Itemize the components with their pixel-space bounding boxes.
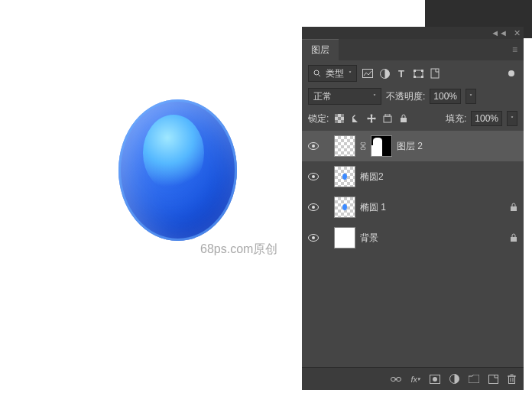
- visibility-toggle-icon[interactable]: [308, 203, 320, 211]
- canvas-area: 68ps.com原创: [0, 0, 302, 393]
- svg-rect-11: [335, 114, 338, 117]
- layer-filter-row: 类型 ˅ T: [302, 60, 524, 86]
- opacity-input[interactable]: 100%: [430, 89, 461, 104]
- visibility-toggle-icon[interactable]: [308, 142, 320, 150]
- layers-footer: fx▾: [302, 367, 524, 390]
- svg-rect-28: [511, 206, 517, 211]
- add-mask-icon[interactable]: [430, 375, 440, 384]
- visibility-toggle-icon[interactable]: [308, 234, 320, 242]
- link-layers-icon[interactable]: [391, 376, 401, 382]
- svg-point-25: [312, 175, 315, 178]
- layer-row[interactable]: 图层 2: [302, 131, 524, 161]
- blend-row: 正常 ˅ 不透明度: 100% ˅: [302, 86, 524, 109]
- new-group-icon[interactable]: [469, 375, 479, 383]
- svg-point-27: [312, 206, 315, 209]
- layer-row[interactable]: 椭圆 1: [302, 192, 524, 222]
- svg-line-1: [319, 75, 321, 77]
- layer-row[interactable]: 椭圆2: [302, 161, 524, 192]
- svg-rect-9: [431, 69, 439, 78]
- filter-toggle-icon[interactable]: [505, 67, 517, 80]
- lock-row: 锁定: 填充: 100% ˅: [302, 109, 524, 131]
- svg-rect-38: [489, 375, 498, 383]
- svg-point-0: [314, 70, 319, 75]
- svg-rect-13: [338, 117, 341, 120]
- layer-thumbnail[interactable]: [334, 227, 355, 248]
- new-layer-icon[interactable]: [488, 375, 498, 384]
- layer-thumbnail[interactable]: [334, 135, 355, 157]
- svg-rect-12: [341, 114, 344, 117]
- visibility-toggle-icon[interactable]: [308, 173, 320, 180]
- lock-label: 锁定:: [308, 112, 329, 125]
- layer-thumbnail[interactable]: [334, 196, 355, 218]
- svg-rect-6: [421, 70, 423, 72]
- search-icon: [313, 70, 321, 77]
- artwork-egg: [118, 99, 237, 241]
- blend-mode-label: 正常: [313, 90, 332, 103]
- shape-filter-icon[interactable]: [412, 67, 424, 80]
- svg-rect-5: [414, 70, 416, 72]
- filter-type-dropdown[interactable]: 类型 ˅: [308, 65, 357, 82]
- fill-input[interactable]: 100%: [471, 111, 502, 126]
- mask-link-icon[interactable]: [360, 142, 366, 150]
- layer-name[interactable]: 图层 2: [397, 140, 517, 153]
- chevron-down-icon: ˅: [373, 93, 376, 100]
- watermark-text: 68ps.com原创: [200, 242, 277, 258]
- svg-rect-14: [335, 120, 338, 123]
- chevron-down-icon: ˅: [349, 70, 352, 77]
- svg-rect-18: [401, 118, 407, 122]
- opacity-label: 不透明度:: [386, 90, 425, 103]
- lock-position-icon[interactable]: [365, 112, 378, 125]
- layer-mask-thumbnail[interactable]: [371, 135, 392, 157]
- svg-rect-2: [363, 70, 373, 78]
- layer-row[interactable]: 背景: [302, 222, 524, 253]
- layer-name[interactable]: 背景: [360, 232, 505, 245]
- filter-type-label: 类型: [326, 67, 344, 80]
- layer-list: 图层 2 椭圆2 椭圆 1 背: [302, 131, 524, 367]
- adjustment-filter-icon[interactable]: [378, 67, 391, 80]
- lock-icon: [510, 233, 517, 242]
- blend-mode-dropdown[interactable]: 正常 ˅: [308, 88, 381, 105]
- svg-point-20: [312, 145, 315, 148]
- svg-rect-39: [509, 376, 515, 384]
- tab-layers[interactable]: 图层: [302, 39, 339, 60]
- smart-filter-icon[interactable]: [429, 67, 441, 80]
- svg-rect-8: [421, 76, 423, 78]
- svg-point-30: [312, 236, 315, 239]
- collapse-icon[interactable]: ◄◄: [491, 28, 508, 37]
- lock-image-icon[interactable]: [349, 112, 362, 125]
- fill-label: 填充:: [446, 112, 466, 125]
- lock-icon: [510, 203, 517, 212]
- new-adjustment-icon[interactable]: [449, 374, 459, 384]
- layer-fx-icon[interactable]: fx▾: [410, 375, 420, 384]
- panel-tabs: 图层 ≡: [302, 39, 524, 60]
- text-filter-icon[interactable]: T: [395, 67, 407, 80]
- layer-thumbnail[interactable]: [334, 166, 355, 187]
- layer-name[interactable]: 椭圆 1: [360, 201, 505, 214]
- tab-layers-label: 图层: [311, 44, 329, 57]
- svg-rect-15: [341, 120, 344, 123]
- delete-layer-icon[interactable]: [508, 374, 516, 384]
- panel-menu-icon[interactable]: ≡: [506, 44, 524, 55]
- svg-rect-31: [511, 237, 517, 242]
- svg-rect-16: [384, 116, 391, 122]
- svg-point-36: [433, 377, 437, 382]
- fill-stepper[interactable]: ˅: [507, 111, 517, 126]
- close-icon[interactable]: ✕: [514, 28, 521, 38]
- svg-rect-7: [414, 76, 416, 78]
- lock-all-icon[interactable]: [397, 112, 410, 125]
- pixel-filter-icon[interactable]: [362, 67, 374, 80]
- panel-window-controls: ◄◄ ✕: [302, 27, 524, 39]
- lock-transparent-icon[interactable]: [333, 112, 345, 125]
- layer-name[interactable]: 椭圆2: [360, 171, 517, 184]
- lock-artboard-icon[interactable]: [381, 112, 394, 125]
- layers-panel: ◄◄ ✕ 图层 ≡ 类型 ˅ T 正常: [302, 27, 524, 390]
- opacity-stepper[interactable]: ˅: [466, 89, 476, 104]
- svg-rect-17: [385, 114, 390, 116]
